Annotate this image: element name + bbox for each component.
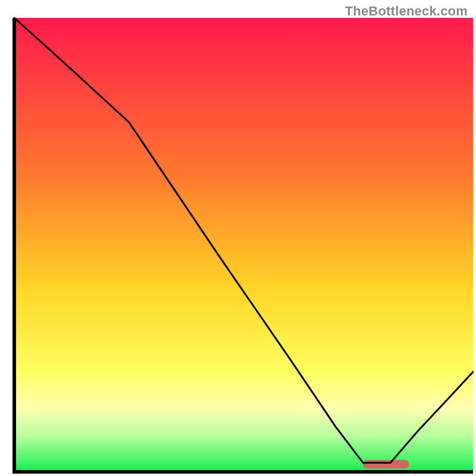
plot-gradient-background <box>14 18 473 472</box>
chart-frame: TheBottleneck.com <box>0 0 476 476</box>
optimal-range-marker <box>363 460 409 468</box>
bottleneck-plot <box>0 0 476 476</box>
